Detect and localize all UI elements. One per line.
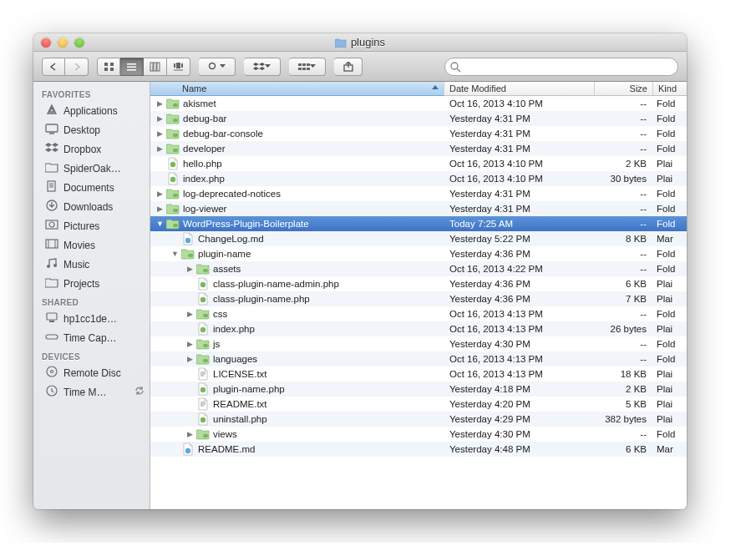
file-row[interactable]: README.mdYesterday 4:48 PM6 KBMar <box>150 442 687 457</box>
arrange-menu-button[interactable] <box>289 58 326 76</box>
column-size-header[interactable]: Size <box>595 82 653 95</box>
sidebar-item[interactable]: Applications <box>33 101 150 120</box>
sidebar-item-label: Desktop <box>63 124 100 136</box>
svg-point-56 <box>200 282 205 287</box>
sidebar-item[interactable]: Music <box>33 255 150 274</box>
sidebar-item-label: Downloads <box>63 201 113 213</box>
file-row[interactable]: hello.phpOct 16, 2013 4:10 PM2 KBPlai <box>150 156 687 171</box>
file-size: -- <box>595 204 653 214</box>
file-row[interactable]: LICENSE.txtOct 16, 2013 4:13 PM18 KBPlai <box>150 366 687 382</box>
file-row[interactable]: ▶log-deprecated-noticesYesterday 4:31 PM… <box>150 186 687 201</box>
music-icon <box>45 257 58 271</box>
sidebar-item[interactable]: Time M… <box>33 382 150 402</box>
sidebar-section-header: FAVORITES <box>33 85 150 101</box>
file-size: -- <box>595 354 653 364</box>
file-row[interactable]: ▶debug-bar-consoleYesterday 4:31 PM--Fol… <box>150 126 687 141</box>
search-input[interactable] <box>464 62 671 72</box>
disclosure-triangle[interactable]: ▶ <box>185 310 195 318</box>
folder-icon <box>45 276 58 291</box>
sidebar-item[interactable]: Desktop <box>33 120 150 139</box>
sidebar-item[interactable]: Time Cap… <box>33 328 150 347</box>
file-kind: Plai <box>653 414 687 424</box>
file-date: Yesterday 4:30 PM <box>444 339 595 349</box>
disclosure-triangle[interactable]: ▶ <box>155 99 165 108</box>
svg-point-61 <box>203 359 208 362</box>
view-coverflow-button[interactable] <box>167 58 190 76</box>
file-rows[interactable]: ▶akismetOct 16, 2013 4:10 PM--Fold▶debug… <box>150 96 687 509</box>
action-menu-button[interactable] <box>199 58 236 76</box>
file-row[interactable]: ▼plugin-nameYesterday 4:36 PM--Fold <box>150 246 687 261</box>
disclosure-triangle[interactable]: ▶ <box>185 430 195 438</box>
zoom-button[interactable] <box>74 38 84 48</box>
file-row[interactable]: plugin-name.phpYesterday 4:18 PM2 KBPlai <box>150 382 687 397</box>
column-kind-header[interactable]: Kind <box>653 82 687 95</box>
file-date: Oct 16, 2013 4:13 PM <box>444 369 595 379</box>
file-name: LICENSE.txt <box>213 369 267 379</box>
file-row[interactable]: ▶assetsOct 16, 2013 4:22 PM--Fold <box>150 261 687 276</box>
file-name: WordPress-Plugin-Boilerplate <box>183 219 309 229</box>
dropbox-menu-button[interactable] <box>244 58 281 76</box>
svg-rect-5 <box>127 66 136 68</box>
disclosure-triangle[interactable]: ▶ <box>155 205 165 213</box>
file-type-icon <box>166 187 180 200</box>
sidebar-item[interactable]: Downloads <box>33 197 150 216</box>
file-type-icon <box>196 382 210 396</box>
file-row[interactable]: uninstall.phpYesterday 4:29 PM382 bytesP… <box>150 412 687 427</box>
share-button[interactable] <box>334 58 363 76</box>
file-size: -- <box>595 219 653 229</box>
titlebar[interactable]: plugins <box>33 33 687 52</box>
disclosure-triangle[interactable]: ▶ <box>185 265 195 273</box>
file-name: plugin-name <box>198 249 251 259</box>
file-row[interactable]: ▶cssOct 16, 2013 4:13 PM--Fold <box>150 306 687 321</box>
sidebar-item[interactable]: Documents <box>33 178 150 197</box>
disclosure-triangle[interactable]: ▶ <box>185 355 195 363</box>
sidebar-item[interactable]: Pictures <box>33 216 150 235</box>
close-button[interactable] <box>41 38 51 48</box>
file-row[interactable]: ▼WordPress-Plugin-BoilerplateToday 7:25 … <box>150 216 687 231</box>
file-row[interactable]: ▶akismetOct 16, 2013 4:10 PM--Fold <box>150 96 687 111</box>
disclosure-triangle[interactable]: ▶ <box>155 190 165 198</box>
sidebar-item-label: Dropbox <box>63 144 101 155</box>
file-row[interactable]: class-plugin-name.phpYesterday 4:36 PM7 … <box>150 291 687 306</box>
search-field[interactable] <box>444 58 678 76</box>
svg-point-47 <box>173 149 178 152</box>
toolbar <box>33 52 687 82</box>
sidebar-item[interactable]: Remote Disc <box>33 363 150 382</box>
file-row[interactable]: ▶developerYesterday 4:31 PM--Fold <box>150 141 687 156</box>
disclosure-triangle[interactable]: ▶ <box>185 340 195 348</box>
file-row[interactable]: README.txtYesterday 4:20 PM5 KBPlai <box>150 397 687 412</box>
disclosure-triangle[interactable]: ▼ <box>155 220 165 228</box>
disclosure-triangle[interactable]: ▶ <box>155 129 165 138</box>
view-column-button[interactable] <box>144 58 167 76</box>
file-row[interactable]: ChangeLog.mdYesterday 5:22 PM8 KBMar <box>150 231 687 246</box>
svg-point-70 <box>203 434 208 437</box>
file-date: Oct 16, 2013 4:13 PM <box>444 309 595 319</box>
file-row[interactable]: index.phpOct 16, 2013 4:10 PM30 bytesPla… <box>150 171 687 186</box>
disclosure-triangle[interactable]: ▶ <box>155 144 165 153</box>
sidebar-item-label: Time M… <box>63 387 107 398</box>
view-icon-button[interactable] <box>97 58 120 76</box>
disclosure-triangle[interactable]: ▶ <box>155 114 165 123</box>
back-button[interactable] <box>42 58 65 76</box>
file-row[interactable]: class-plugin-name-admin.phpYesterday 4:3… <box>150 276 687 291</box>
file-row[interactable]: ▶languagesOct 16, 2013 4:13 PM--Fold <box>150 351 687 366</box>
forward-button[interactable] <box>65 58 89 76</box>
column-date-header[interactable]: Date Modified <box>444 82 595 95</box>
sidebar-item[interactable]: SpiderOak… <box>33 159 150 178</box>
minimize-button[interactable] <box>58 38 68 48</box>
file-row[interactable]: ▶log-viewerYesterday 4:31 PM--Fold <box>150 201 687 216</box>
sidebar-item[interactable]: hp1cc1de… <box>33 309 150 328</box>
file-type-icon <box>196 397 210 411</box>
column-name-header[interactable]: Name <box>150 82 444 96</box>
sidebar-item[interactable]: Dropbox <box>33 139 150 159</box>
file-row[interactable]: ▶jsYesterday 4:30 PM--Fold <box>150 336 687 351</box>
file-type-icon <box>196 292 210 306</box>
sidebar-item[interactable]: Projects <box>33 274 150 293</box>
view-list-button[interactable] <box>120 58 144 76</box>
file-date: Yesterday 4:18 PM <box>444 384 595 394</box>
file-row[interactable]: ▶debug-barYesterday 4:31 PM--Fold <box>150 111 687 126</box>
file-row[interactable]: index.phpOct 16, 2013 4:13 PM26 bytesPla… <box>150 321 687 336</box>
disclosure-triangle[interactable]: ▼ <box>170 250 180 258</box>
file-row[interactable]: ▶viewsYesterday 4:30 PM--Fold <box>150 427 687 442</box>
sidebar-item[interactable]: Movies <box>33 235 150 255</box>
